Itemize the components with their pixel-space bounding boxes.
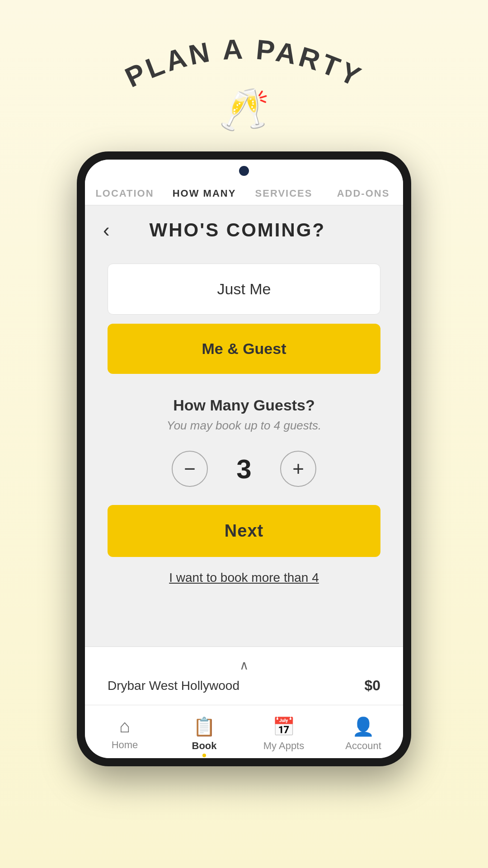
me-and-guest-button[interactable]: Me & Guest <box>108 324 380 374</box>
nav-my-appts[interactable]: 📅 My Appts <box>244 714 324 754</box>
plan-a-party-title: PLAN A PARTY <box>120 33 368 93</box>
svg-text:PLAN A PARTY: PLAN A PARTY <box>120 33 368 93</box>
nav-account-label: Account <box>345 740 381 752</box>
phone-inner: LOCATION HOW MANY SERVICES ADD-ONS ‹ WHO… <box>85 160 403 758</box>
tab-location[interactable]: LOCATION <box>85 179 164 205</box>
summary-price: $0 <box>364 677 380 694</box>
nav-book[interactable]: 📋 Book <box>164 714 244 754</box>
decrement-button[interactable]: − <box>172 451 208 487</box>
nav-home[interactable]: ⌂ Home <box>85 714 164 754</box>
home-icon: ⌂ <box>119 716 130 736</box>
bottom-nav: ⌂ Home 📋 Book 📅 My Appts 👤 Account <box>85 705 403 758</box>
top-area: PLAN A PARTY 🥂 <box>117 0 371 151</box>
book-icon: 📋 <box>193 716 216 737</box>
chevron-up-icon: ∧ <box>239 658 249 673</box>
guest-section-subtitle: You may book up to 4 guests. <box>167 419 322 433</box>
tab-bar: LOCATION HOW MANY SERVICES ADD-ONS <box>85 179 403 206</box>
guest-section: How Many Guests? You may book up to 4 gu… <box>85 374 403 487</box>
increment-button[interactable]: + <box>280 451 316 487</box>
appts-icon: 📅 <box>272 716 295 737</box>
guest-section-title: How Many Guests? <box>173 396 315 414</box>
guest-count-value: 3 <box>230 453 258 485</box>
phone-frame: LOCATION HOW MANY SERVICES ADD-ONS ‹ WHO… <box>77 151 411 766</box>
nav-appts-label: My Appts <box>263 740 304 752</box>
more-than-4-link[interactable]: I want to book more than 4 <box>85 571 403 585</box>
expand-icon[interactable]: ∧ <box>108 658 380 673</box>
champagne-icon: 🥂 <box>219 86 269 133</box>
summary-location: Drybar West Hollywood <box>108 679 239 693</box>
page-header: ‹ WHO'S COMING? <box>85 206 403 245</box>
options-area: Just Me Me & Guest <box>85 245 403 374</box>
just-me-button[interactable]: Just Me <box>108 264 380 315</box>
camera-dot <box>239 166 249 176</box>
summary-bar-inner: Drybar West Hollywood $0 <box>108 677 380 694</box>
page-title: WHO'S COMING? <box>110 219 365 241</box>
tab-how-many[interactable]: HOW MANY <box>164 179 244 205</box>
next-button[interactable]: Next <box>108 505 380 557</box>
notch-area <box>85 160 403 179</box>
tab-add-ons[interactable]: ADD-ONS <box>324 179 403 205</box>
content-area: ‹ WHO'S COMING? Just Me Me & Guest How M… <box>85 206 403 705</box>
tab-services[interactable]: SERVICES <box>244 179 324 205</box>
counter-row: − 3 + <box>172 451 316 487</box>
back-button[interactable]: ‹ <box>103 220 110 240</box>
nav-account[interactable]: 👤 Account <box>324 714 403 754</box>
summary-bar: ∧ Drybar West Hollywood $0 <box>85 646 403 705</box>
account-icon: 👤 <box>352 716 375 737</box>
nav-home-label: Home <box>112 739 138 751</box>
nav-active-dot <box>202 754 206 757</box>
nav-book-label: Book <box>192 740 217 752</box>
